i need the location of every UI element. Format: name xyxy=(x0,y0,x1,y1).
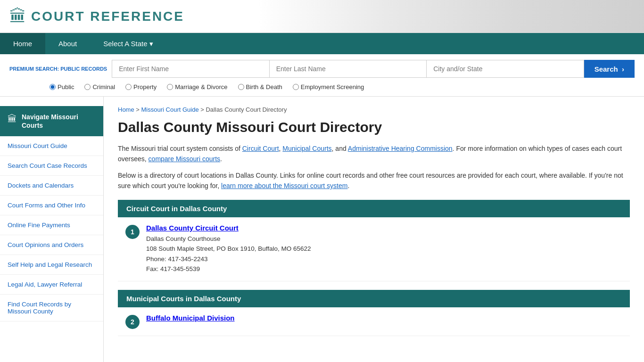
link-municipal-courts[interactable]: Municipal Courts xyxy=(282,145,331,152)
radio-criminal[interactable]: Criminal xyxy=(84,83,115,90)
court-name-circuit[interactable]: Dallas County Circuit Court xyxy=(146,224,239,232)
court-number-2: 2 xyxy=(125,315,140,329)
section-header-municipal: Municipal Courts in Dallas County xyxy=(118,290,630,307)
link-circuit-court[interactable]: Circuit Court xyxy=(242,145,279,152)
sidebar-item-self-help[interactable]: Self Help and Legal Research xyxy=(0,255,103,275)
logo-icon: 🏛 xyxy=(9,7,26,26)
premium-label: PREMIUM SEARCH: PUBLIC RECORDS xyxy=(9,66,107,72)
logo-text: COURT REFERENCE xyxy=(31,9,184,24)
intro-paragraph-1: The Missouri trial court system consists… xyxy=(118,143,630,165)
nav-about[interactable]: About xyxy=(45,33,90,54)
radio-birth-death[interactable]: Birth & Death xyxy=(238,83,282,90)
first-name-input[interactable] xyxy=(112,60,269,78)
sidebar-item-court-guide[interactable]: Missouri Court Guide xyxy=(0,136,103,156)
breadcrumb-home[interactable]: Home xyxy=(118,106,134,113)
sidebar-item-dockets[interactable]: Dockets and Calendars xyxy=(0,176,103,196)
search-button[interactable]: Search › xyxy=(584,60,635,78)
sidebar-item-fine-payments[interactable]: Online Fine Payments xyxy=(0,215,103,235)
sidebar-item-forms[interactable]: Court Forms and Other Info xyxy=(0,196,103,215)
court-phone-circuit: Phone: 417-345-2243 xyxy=(146,254,311,264)
link-admin-hearing[interactable]: Administrative Hearing Commission xyxy=(348,145,453,152)
nav-select-state[interactable]: Select A State ▾ xyxy=(90,33,166,54)
court-entry-circuit: 1 Dallas County Circuit Court Dallas Cou… xyxy=(118,217,630,281)
radio-public[interactable]: Public xyxy=(50,83,74,90)
sidebar-item-case-records[interactable]: Search Court Case Records xyxy=(0,156,103,176)
radio-marriage-divorce[interactable]: Marriage & Divorce xyxy=(167,83,227,90)
radio-property[interactable]: Property xyxy=(125,83,157,90)
sidebar-item-find-records[interactable]: Find Court Records by Missouri County xyxy=(0,295,103,321)
search-bar: PREMIUM SEARCH: PUBLIC RECORDS Search › … xyxy=(0,54,644,97)
last-name-input[interactable] xyxy=(269,60,426,78)
sidebar-item-legal-aid[interactable]: Legal Aid, Lawyer Referral xyxy=(0,275,103,295)
section-header-circuit: Circuit Court in Dallas County xyxy=(118,200,630,217)
city-state-input[interactable] xyxy=(426,60,584,78)
breadcrumb-parent[interactable]: Missouri Court Guide xyxy=(141,106,199,113)
main-nav: Home About Select A State ▾ xyxy=(0,33,644,54)
logo[interactable]: 🏛 COURT REFERENCE xyxy=(9,7,184,26)
link-compare-courts[interactable]: compare Missouri courts xyxy=(149,155,221,163)
site-header: 🏛 COURT REFERENCE xyxy=(0,0,644,33)
breadcrumb: Home > Missouri Court Guide > Dallas Cou… xyxy=(118,106,630,113)
search-radio-group: Public Criminal Property Marriage & Divo… xyxy=(9,83,635,90)
courthouse-icon: 🏛 xyxy=(8,114,17,124)
breadcrumb-current: Dallas County Court Directory xyxy=(206,106,287,113)
court-info-circuit: Dallas County Circuit Court Dallas Count… xyxy=(146,224,311,274)
sidebar-active-label: Navigate Missouri Courts xyxy=(22,113,96,130)
radio-employment[interactable]: Employment Screening xyxy=(293,83,364,90)
court-fax-circuit: Fax: 417-345-5539 xyxy=(146,264,311,274)
intro-paragraph-2: Below is a directory of court locations … xyxy=(118,170,630,191)
sidebar: 🏛 Navigate Missouri Courts Missouri Cour… xyxy=(0,97,104,362)
court-number-1: 1 xyxy=(125,225,140,239)
court-address-circuit: 108 South Maple Street, PO Box 1910, Buf… xyxy=(146,244,311,254)
sidebar-item-navigate-courts[interactable]: 🏛 Navigate Missouri Courts xyxy=(0,106,103,136)
court-info-municipal: Buffalo Municipal Division xyxy=(146,314,235,324)
court-entry-municipal: 2 Buffalo Municipal Division xyxy=(118,307,630,336)
main-content: Home > Missouri Court Guide > Dallas Cou… xyxy=(104,97,644,362)
court-name-municipal[interactable]: Buffalo Municipal Division xyxy=(146,314,235,322)
page-title: Dallas County Missouri Court Directory xyxy=(118,119,630,136)
sidebar-item-opinions[interactable]: Court Opinions and Orders xyxy=(0,235,103,255)
court-building-circuit: Dallas County Courthouse xyxy=(146,234,311,244)
link-learn-more[interactable]: learn more about the Missouri court syst… xyxy=(221,182,347,189)
search-inputs: Search › xyxy=(112,60,635,78)
main-wrapper: 🏛 Navigate Missouri Courts Missouri Cour… xyxy=(0,97,644,362)
nav-home[interactable]: Home xyxy=(0,33,45,54)
